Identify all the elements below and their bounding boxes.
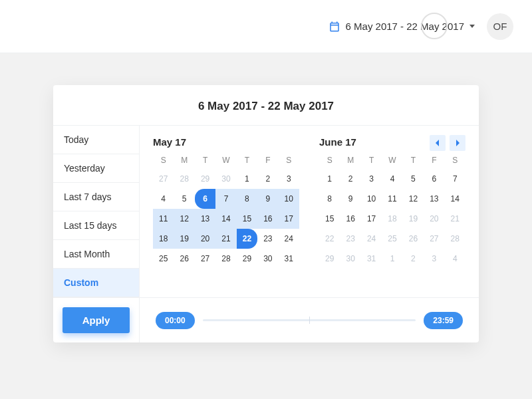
calendar-day[interactable]: 14 <box>445 189 466 209</box>
apply-button[interactable]: Apply <box>63 307 130 333</box>
calendar-day[interactable]: 25 <box>153 249 174 269</box>
calendar-day[interactable]: 31 <box>361 249 382 269</box>
calendar-day[interactable]: 7 <box>445 169 466 189</box>
time-end-pill: 23:59 <box>424 312 463 329</box>
calendar-day[interactable]: 1 <box>382 249 402 269</box>
next-month-button[interactable] <box>450 135 466 151</box>
calendar-day[interactable]: 25 <box>382 229 402 249</box>
calendar-day[interactable]: 22 <box>237 229 257 249</box>
dow-label: T <box>237 156 257 165</box>
calendar-day[interactable]: 24 <box>361 229 382 249</box>
calendar-day[interactable]: 24 <box>279 229 299 249</box>
calendar-day[interactable]: 9 <box>257 189 278 209</box>
preset-today[interactable]: Today <box>53 126 139 154</box>
calendar-day[interactable]: 13 <box>195 209 215 229</box>
calendar-day[interactable]: 23 <box>257 229 278 249</box>
calendar-day[interactable]: 9 <box>340 189 360 209</box>
calendar-day[interactable]: 29 <box>237 249 257 269</box>
calendar-day[interactable]: 23 <box>340 229 360 249</box>
calendar-day[interactable]: 16 <box>340 209 360 229</box>
calendar-day[interactable]: 18 <box>382 209 402 229</box>
avatar[interactable]: OF <box>487 13 513 40</box>
calendar-day[interactable]: 27 <box>195 249 215 269</box>
dow-label: T <box>195 156 215 165</box>
calendar-day[interactable]: 18 <box>153 229 174 249</box>
calendar-day[interactable]: 12 <box>174 209 194 229</box>
calendar-day[interactable]: 26 <box>403 229 424 249</box>
calendar-day[interactable]: 26 <box>174 249 194 269</box>
dow-label: S <box>319 156 340 165</box>
preset-last-15-days[interactable]: Last 15 days <box>53 211 139 240</box>
calendar-day[interactable]: 29 <box>319 249 340 269</box>
calendar-day[interactable]: 28 <box>445 229 466 249</box>
calendar-day[interactable]: 5 <box>403 169 424 189</box>
calendar-day[interactable]: 11 <box>153 209 174 229</box>
calendar-day[interactable]: 29 <box>195 169 215 189</box>
calendar-day[interactable]: 4 <box>153 189 174 209</box>
calendar-day[interactable]: 21 <box>215 229 236 249</box>
preset-last-7-days[interactable]: Last 7 days <box>53 183 139 211</box>
calendar-day[interactable]: 8 <box>319 189 340 209</box>
calendar-day[interactable]: 17 <box>279 209 299 229</box>
calendar-day[interactable]: 28 <box>174 169 194 189</box>
dow-label: T <box>361 156 382 165</box>
calendar-day[interactable]: 6 <box>195 189 215 209</box>
calendar-day[interactable]: 14 <box>215 209 236 229</box>
calendar-day[interactable]: 17 <box>361 209 382 229</box>
date-range-trigger[interactable]: 6 May 2017 - 22 May 2017 <box>329 21 475 33</box>
calendar-day[interactable]: 4 <box>445 249 466 269</box>
time-range-slider[interactable]: 00:00 23:59 <box>140 298 479 342</box>
chevron-right-icon <box>454 140 461 146</box>
calendar-day[interactable]: 10 <box>361 189 382 209</box>
calendar-day[interactable]: 1 <box>237 169 257 189</box>
calendar-day[interactable]: 3 <box>361 169 382 189</box>
calendar-day[interactable]: 2 <box>340 169 360 189</box>
dow-label: F <box>424 156 444 165</box>
calendar-day[interactable]: 30 <box>215 169 236 189</box>
calendar-day[interactable]: 30 <box>257 249 278 269</box>
calendar-right: June 17 SMTWTFS 123456789101112131415161… <box>319 136 466 292</box>
prev-month-button[interactable] <box>430 135 446 151</box>
calendar-day[interactable]: 21 <box>445 209 466 229</box>
dow-label: S <box>445 156 466 165</box>
calendar-day[interactable]: 3 <box>279 169 299 189</box>
calendar-day[interactable]: 20 <box>195 229 215 249</box>
calendar-day[interactable]: 6 <box>424 169 444 189</box>
calendar-day[interactable]: 15 <box>319 209 340 229</box>
calendar-day[interactable]: 5 <box>174 189 194 209</box>
month-nav <box>430 135 466 151</box>
calendar-day[interactable]: 22 <box>319 229 340 249</box>
calendar-day[interactable]: 16 <box>257 209 278 229</box>
calendar-day[interactable]: 20 <box>424 209 444 229</box>
calendar-day[interactable]: 10 <box>279 189 299 209</box>
calendar-day[interactable]: 2 <box>403 249 424 269</box>
month-label-right: June 17 <box>319 136 356 148</box>
calendar-day[interactable]: 13 <box>424 189 444 209</box>
calendar-day[interactable]: 27 <box>153 169 174 189</box>
calendar-day[interactable]: 4 <box>382 169 402 189</box>
calendar-day[interactable]: 15 <box>237 209 257 229</box>
calendar-day[interactable]: 1 <box>319 169 340 189</box>
calendar-day[interactable]: 7 <box>215 189 236 209</box>
date-range-panel: 6 May 2017 - 22 May 2017 TodayYesterdayL… <box>53 85 479 342</box>
calendar-icon <box>329 21 340 33</box>
calendar-day[interactable]: 2 <box>257 169 278 189</box>
calendar-day[interactable]: 19 <box>174 229 194 249</box>
calendar-day[interactable]: 3 <box>424 249 444 269</box>
calendar-day[interactable]: 27 <box>424 229 444 249</box>
chevron-left-icon <box>434 140 441 146</box>
calendar-day[interactable]: 28 <box>215 249 236 269</box>
preset-yesterday[interactable]: Yesterday <box>53 154 139 183</box>
panel-title: 6 May 2017 - 22 May 2017 <box>53 85 479 125</box>
preset-custom[interactable]: Custom <box>53 269 139 297</box>
calendar-day[interactable]: 30 <box>340 249 360 269</box>
slider-track[interactable] <box>203 319 416 321</box>
calendar-day[interactable]: 8 <box>237 189 257 209</box>
dow-label: T <box>403 156 424 165</box>
preset-list: TodayYesterdayLast 7 daysLast 15 daysLas… <box>53 126 140 297</box>
calendar-day[interactable]: 31 <box>279 249 299 269</box>
calendar-day[interactable]: 11 <box>382 189 402 209</box>
calendar-day[interactable]: 12 <box>403 189 424 209</box>
calendar-day[interactable]: 19 <box>403 209 424 229</box>
preset-last-month[interactable]: Last Month <box>53 240 139 269</box>
